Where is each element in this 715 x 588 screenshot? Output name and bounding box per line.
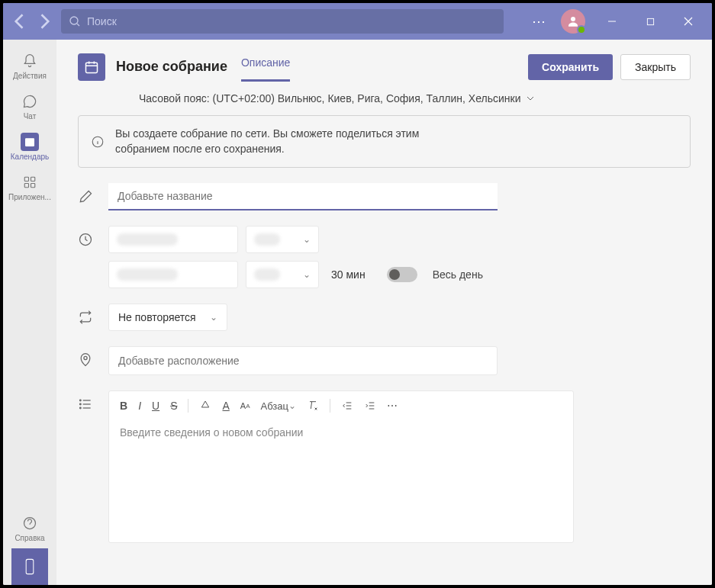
timezone-selector[interactable]: Часовой пояс: (UTC+02:00) Вильнюс, Киев,…	[56, 82, 712, 115]
chevron-down-icon	[526, 94, 535, 103]
maximize-button[interactable]	[633, 9, 668, 34]
help-icon	[22, 516, 37, 531]
page-title: Новое собрание	[116, 59, 227, 75]
svg-point-1	[571, 17, 575, 21]
sidebar-label: Чат	[24, 112, 37, 120]
chevron-down-icon: ⌄	[303, 234, 311, 245]
titlebar: ⋯	[3, 3, 712, 40]
minimize-button[interactable]	[594, 9, 630, 34]
svg-point-23	[80, 400, 82, 401]
duration-label: 30 мин	[331, 268, 366, 281]
search-input[interactable]	[87, 15, 496, 27]
start-time-input[interactable]: ⌄	[246, 226, 319, 253]
svg-point-19	[84, 357, 87, 360]
sidebar: Действия Чат Календарь Приложен... Справ…	[3, 40, 56, 585]
sidebar-footer-button[interactable]	[11, 548, 48, 585]
svg-point-0	[70, 17, 78, 24]
sidebar-label: Действия	[13, 72, 47, 80]
clear-format-button[interactable]	[307, 400, 319, 412]
device-icon	[23, 558, 37, 575]
editor-content[interactable]: Введите сведения о новом собрании	[109, 420, 573, 445]
sidebar-label: Справка	[14, 534, 44, 542]
svg-rect-7	[24, 184, 28, 188]
search-icon	[69, 15, 81, 27]
sidebar-item-apps[interactable]: Приложен...	[3, 167, 56, 207]
svg-rect-4	[25, 138, 34, 140]
font-color-button[interactable]: A	[222, 400, 229, 412]
close-button[interactable]: Закрыть	[620, 54, 691, 80]
svg-rect-6	[31, 177, 35, 181]
all-day-toggle[interactable]	[387, 267, 417, 282]
calendar-icon	[24, 136, 36, 148]
tab-description[interactable]: Описание	[241, 52, 290, 82]
more-button[interactable]: ⋯	[526, 13, 552, 30]
search-box[interactable]	[61, 9, 504, 34]
font-size-button[interactable]: AA	[240, 401, 250, 410]
back-button[interactable]	[9, 11, 31, 32]
calendar-header-icon	[78, 53, 105, 81]
more-format-button[interactable]: ⋯	[387, 400, 398, 412]
end-time-input[interactable]: ⌄	[246, 261, 319, 288]
sidebar-item-help[interactable]: Справка	[3, 508, 56, 548]
editor-toolbar: B I U S A AA Абзац ⌄	[109, 391, 573, 420]
timezone-label: Часовой пояс: (UTC+02:00) Вильнюс, Киев,…	[139, 92, 521, 104]
underline-button[interactable]: U	[152, 400, 159, 412]
repeat-icon	[78, 310, 93, 325]
main-panel: Новое собрание Описание Сохранить Закрыт…	[56, 40, 712, 585]
chevron-down-icon: ⌄	[303, 269, 311, 280]
start-date-input[interactable]	[108, 226, 238, 253]
svg-rect-2	[647, 18, 653, 24]
sidebar-item-calendar[interactable]: Календарь	[3, 127, 56, 167]
svg-point-25	[80, 407, 82, 409]
page-header: Новое собрание Описание Сохранить Закрыт…	[56, 40, 712, 82]
sidebar-item-chat[interactable]: Чат	[3, 86, 56, 127]
sidebar-item-activity[interactable]: Действия	[3, 46, 56, 86]
presence-indicator	[577, 25, 586, 34]
bold-button[interactable]: B	[120, 400, 127, 412]
apps-icon	[23, 175, 37, 189]
info-text: Вы создаете собрание по сети. Вы сможете…	[115, 127, 451, 156]
close-window-button[interactable]	[671, 9, 706, 34]
svg-rect-11	[86, 63, 98, 72]
sidebar-label: Календарь	[11, 153, 49, 161]
chevron-down-icon: ⌄	[210, 312, 217, 323]
clock-icon	[78, 232, 93, 247]
end-date-input[interactable]	[108, 261, 238, 288]
meeting-title-input[interactable]	[108, 183, 498, 210]
strike-button[interactable]: S	[170, 400, 177, 412]
rich-text-editor[interactable]: B I U S A AA Абзац ⌄	[108, 390, 574, 543]
bell-icon	[22, 53, 37, 69]
info-icon	[91, 135, 105, 149]
all-day-label: Весь день	[433, 268, 483, 281]
svg-point-24	[80, 403, 82, 405]
svg-rect-5	[24, 177, 28, 181]
highlight-button[interactable]	[199, 400, 211, 412]
forward-button[interactable]	[34, 11, 55, 32]
location-input[interactable]	[108, 346, 498, 375]
pencil-icon	[78, 189, 93, 204]
svg-rect-8	[31, 184, 35, 188]
description-icon	[78, 397, 93, 412]
outdent-button[interactable]	[341, 400, 353, 412]
save-button[interactable]: Сохранить	[528, 54, 613, 80]
avatar[interactable]	[561, 9, 585, 34]
svg-rect-10	[26, 559, 34, 574]
chat-icon	[22, 94, 37, 109]
info-banner: Вы создаете собрание по сети. Вы сможете…	[78, 115, 691, 168]
repeat-select[interactable]: Не повторяется ⌄	[108, 304, 227, 331]
italic-button[interactable]: I	[138, 400, 141, 412]
repeat-value: Не повторяется	[118, 311, 196, 323]
indent-button[interactable]	[364, 400, 376, 412]
paragraph-select[interactable]: Абзац ⌄	[261, 400, 296, 412]
sidebar-label: Приложен...	[8, 193, 51, 201]
location-icon	[78, 352, 93, 368]
